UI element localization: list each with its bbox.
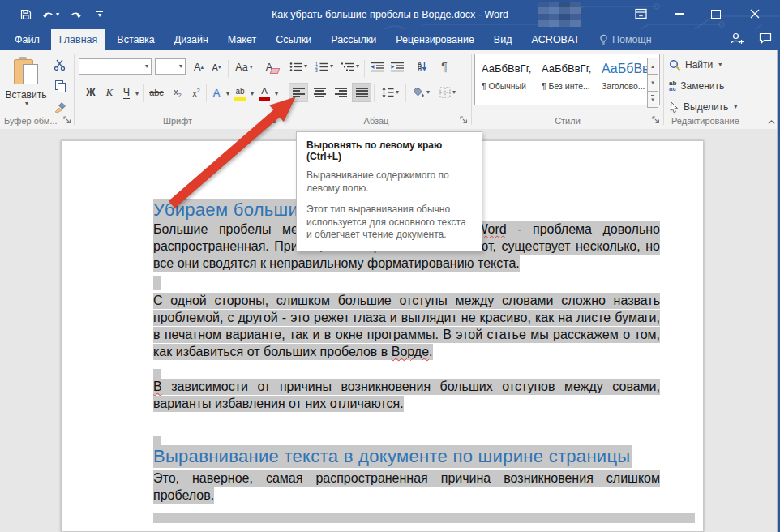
bullets-button[interactable]: ▾ (287, 58, 310, 75)
shrink-font-button[interactable]: А▾ (208, 58, 225, 75)
tab-tell-me[interactable]: Помощн (591, 29, 660, 50)
copy-button[interactable] (50, 76, 70, 96)
decrease-indent-button[interactable] (367, 58, 387, 75)
collapse-ribbon-button[interactable] (765, 116, 777, 127)
tooltip-body-1: Выравнивание содержимого по левому полю. (306, 169, 472, 195)
redo-icon[interactable] (67, 6, 84, 24)
bold-button[interactable]: Ж (83, 83, 99, 102)
sort-button[interactable]: АЯ (412, 58, 433, 75)
tab-mailings[interactable]: Рассылки (323, 29, 384, 50)
minimize-button[interactable] (665, 0, 692, 28)
italic-button[interactable]: К (101, 83, 118, 102)
multilevel-list-button[interactable]: ▾ (339, 58, 362, 75)
shading-button[interactable]: ▾ (409, 83, 433, 102)
window-title: Как убрать большие пробелы в Ворде.docx … (0, 0, 780, 29)
line-spacing-button[interactable]: ▾ (377, 83, 403, 102)
align-right-button[interactable] (331, 83, 350, 102)
style-item-no-spacing[interactable]: АаБбВвГг, ¶ Без инте... (537, 57, 595, 102)
font-size-combobox[interactable]: ▾ (155, 58, 186, 75)
align-center-icon (314, 88, 326, 98)
doc-text-line: пробелов. (153, 487, 660, 504)
customize-qat-icon[interactable]: ▾ (92, 6, 108, 24)
tab-insert[interactable]: Вставка (109, 29, 162, 50)
styles-gallery: АаБбВвГг, ¶ Обычный АаБбВвГг, ¶ Без инте… (474, 54, 660, 105)
misspelled-word: В (153, 380, 162, 393)
grow-font-button[interactable]: А▴ (190, 58, 208, 75)
doc-empty-line-selection (153, 276, 161, 290)
replace-button[interactable]: abac Заменить (669, 77, 724, 95)
doc-text-line: В зависимости от причины возникновения б… (153, 378, 660, 395)
justify-button[interactable] (352, 83, 371, 102)
underline-caret[interactable]: ▾ (135, 91, 139, 97)
misspelled-word: Ворде (392, 345, 429, 358)
tab-view[interactable]: Вид (486, 29, 521, 50)
tooltip-body-2: Этот тип выравнивания обычно используетс… (306, 204, 472, 242)
styles-dialog-launcher[interactable] (650, 114, 662, 126)
styles-scroll-down-button[interactable]: ▾ (647, 74, 658, 90)
paragraph-dialog-launcher[interactable] (458, 114, 469, 126)
styles-more-button[interactable]: ▾ (647, 91, 658, 108)
clipboard-dialog-launcher[interactable] (62, 114, 73, 126)
select-button[interactable]: Выделить ▾ (669, 98, 737, 116)
paste-dropdown-caret[interactable]: ▾ (25, 101, 28, 107)
paste-label: Вставить (6, 89, 47, 101)
clear-formatting-button[interactable]: А (259, 58, 279, 75)
maximize-button[interactable] (702, 0, 730, 28)
font-name-caret[interactable]: ▾ (145, 63, 148, 70)
find-caret[interactable]: ▾ (718, 62, 722, 68)
title-bar: ▾ ▾ Как убрать большие пробелы в Ворде.d… (0, 0, 780, 29)
doc-text-line: как избавиться от больших пробелов в Вор… (153, 343, 660, 360)
numbering-button[interactable]: 123 ▾ (313, 58, 336, 75)
copy-icon (55, 80, 65, 92)
doc-text-line: Это, наверное, самая распространенная пр… (153, 470, 660, 487)
align-right-icon (335, 88, 347, 98)
cut-button[interactable] (50, 55, 70, 75)
red-annotation-arrow (154, 85, 308, 223)
paint-bucket-icon (412, 87, 425, 99)
paste-clipboard-icon (14, 57, 38, 86)
tab-home[interactable]: Главная (51, 29, 106, 50)
quick-access-toolbar: ▾ ▾ (18, 5, 108, 24)
tab-tell-me-label: Помощн (612, 29, 652, 50)
show-paragraph-marks-button[interactable]: ¶ (435, 58, 453, 75)
change-case-button[interactable]: Аа▾ (231, 58, 257, 75)
censored-account-name (538, 2, 581, 27)
tab-layout[interactable]: Макет (220, 29, 264, 50)
group-paragraph-label: Абзац (281, 116, 471, 126)
group-styles: АаБбВвГг, ¶ Обычный АаБбВвГг, ¶ Без инте… (472, 50, 663, 129)
underline-button[interactable]: Ч (120, 83, 133, 102)
tab-review[interactable]: Рецензирование (388, 29, 482, 50)
doc-selected-bar (153, 513, 695, 523)
align-center-button[interactable] (310, 83, 329, 102)
close-button[interactable] (741, 0, 769, 28)
magnifier-icon (669, 59, 681, 71)
borders-button[interactable]: ▾ (435, 83, 460, 102)
borders-icon (439, 87, 451, 98)
select-caret[interactable]: ▾ (734, 104, 737, 110)
ribbon-display-options-button[interactable] (627, 0, 654, 28)
increase-indent-button[interactable] (388, 58, 407, 75)
undo-dropdown-caret[interactable]: ▾ (56, 11, 59, 18)
cursor-select-icon (669, 101, 679, 114)
doc-text-line: С одной стороны, слишком большие отступы… (153, 292, 660, 309)
style-item-heading[interactable]: АаБбВв Заголово... (597, 57, 648, 102)
styles-scroll-up-button[interactable]: ▴ (647, 58, 658, 74)
sign-in-icon[interactable] (731, 32, 744, 48)
tab-file[interactable]: Файл (6, 29, 48, 50)
undo-icon[interactable]: ▾ (42, 6, 59, 24)
comment-icon[interactable] (759, 32, 772, 47)
font-size-caret[interactable]: ▾ (179, 63, 182, 70)
paste-button[interactable]: Вставить ▾ (3, 52, 49, 123)
scissors-icon (54, 58, 66, 71)
font-name-combobox[interactable]: ▾ (79, 58, 152, 75)
tab-acrobat[interactable]: ACROBAT (523, 29, 588, 50)
find-button[interactable]: Найти ▾ (669, 56, 722, 74)
replace-icon: abac (669, 80, 676, 92)
save-icon[interactable] (18, 6, 34, 24)
tab-design[interactable]: Дизайн (166, 29, 216, 50)
doc-heading: Выравнивание текста в документе по ширин… (153, 446, 680, 467)
find-label: Найти (685, 59, 713, 71)
style-item-normal[interactable]: АаБбВвГг, ¶ Обычный (477, 57, 535, 102)
align-left-tooltip: Выровнять по левому краю (Ctrl+L) Выравн… (296, 131, 482, 251)
tab-references[interactable]: Ссылки (268, 29, 319, 50)
